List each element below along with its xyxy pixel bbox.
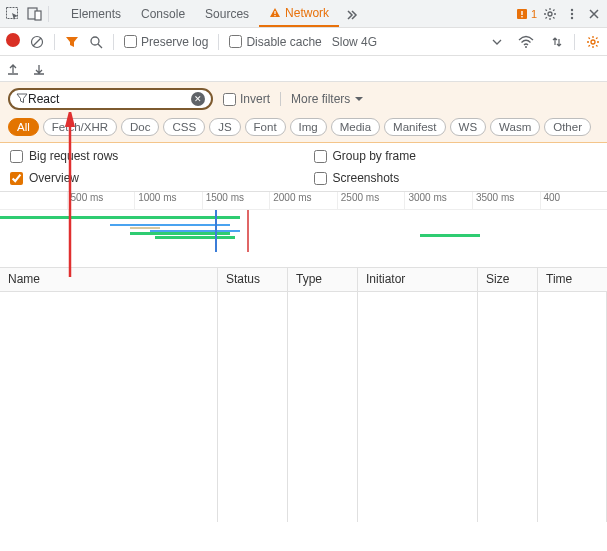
filter-toggle-icon[interactable] (65, 35, 79, 49)
svg-line-15 (98, 44, 102, 48)
device-toolbar-icon[interactable] (26, 5, 44, 23)
type-chip-manifest[interactable]: Manifest (384, 118, 445, 136)
svg-point-8 (548, 12, 552, 16)
type-chip-css[interactable]: CSS (163, 118, 205, 136)
filter-input[interactable] (28, 92, 191, 106)
type-chip-doc[interactable]: Doc (121, 118, 159, 136)
inspect-element-icon[interactable] (4, 5, 22, 23)
timeline-overview[interactable]: 500 ms 1000 ms 1500 ms 2000 ms 2500 ms 3… (0, 192, 607, 268)
col-status[interactable]: Status (218, 268, 288, 291)
type-chip-font[interactable]: Font (245, 118, 286, 136)
svg-rect-6 (521, 11, 522, 15)
search-icon[interactable] (89, 35, 103, 49)
col-initiator[interactable]: Initiator (358, 268, 478, 291)
tab-console[interactable]: Console (131, 0, 195, 27)
throttling-select[interactable]: Slow 4G (332, 35, 377, 49)
tab-sources[interactable]: Sources (195, 0, 259, 27)
clear-button[interactable] (30, 35, 44, 49)
col-type[interactable]: Type (288, 268, 358, 291)
col-time[interactable]: Time (538, 268, 607, 291)
record-button[interactable] (6, 33, 20, 50)
settings-icon[interactable] (541, 5, 559, 23)
filter-area: ✕ Invert More filters All Fetch/XHR Doc … (0, 82, 607, 143)
type-chip-ws[interactable]: WS (450, 118, 487, 136)
type-chip-other[interactable]: Other (544, 118, 591, 136)
tab-group: Elements Console Sources Network (61, 0, 339, 27)
network-settings-icon[interactable] (585, 34, 601, 50)
close-devtools-icon[interactable] (585, 5, 603, 23)
svg-rect-2 (35, 11, 41, 20)
tab-network[interactable]: Network (259, 0, 339, 27)
devtools-tab-bar: Elements Console Sources Network 1 (0, 0, 607, 28)
issues-button[interactable]: 1 (515, 7, 537, 21)
svg-rect-4 (274, 15, 275, 16)
group-frame-checkbox[interactable]: Group by frame (314, 149, 598, 163)
more-tabs-icon[interactable] (343, 5, 361, 23)
tab-elements[interactable]: Elements (61, 0, 131, 27)
preserve-log-checkbox[interactable]: Preserve log (124, 35, 208, 49)
col-name[interactable]: Name (0, 268, 218, 291)
svg-line-13 (33, 38, 41, 46)
throttle-dropdown-icon[interactable] (492, 37, 502, 47)
type-chip-img[interactable]: Img (290, 118, 327, 136)
warning-icon (269, 7, 281, 19)
svg-point-11 (571, 16, 573, 18)
network-toolbar: Preserve log Disable cache Slow 4G (0, 28, 607, 56)
funnel-icon (16, 93, 28, 105)
svg-point-16 (525, 46, 527, 48)
timeline-body (0, 210, 607, 252)
svg-point-14 (91, 37, 99, 45)
screenshots-checkbox[interactable]: Screenshots (314, 171, 598, 185)
import-har-icon[interactable] (32, 62, 46, 76)
view-options: Big request rows Overview Group by frame… (0, 143, 607, 192)
col-size[interactable]: Size (478, 268, 538, 291)
overview-checkbox[interactable]: Overview (10, 171, 294, 185)
upload-download-icon[interactable] (550, 35, 564, 49)
svg-point-17 (591, 40, 595, 44)
type-chip-fetchxhr[interactable]: Fetch/XHR (43, 118, 117, 136)
disable-cache-checkbox[interactable]: Disable cache (229, 35, 321, 49)
type-chip-media[interactable]: Media (331, 118, 380, 136)
request-type-chips: All Fetch/XHR Doc CSS JS Font Img Media … (8, 118, 599, 136)
big-rows-checkbox[interactable]: Big request rows (10, 149, 294, 163)
export-har-icon[interactable] (6, 62, 20, 76)
svg-rect-3 (274, 11, 275, 14)
request-table-header: Name Status Type Initiator Size Time (0, 268, 607, 292)
invert-checkbox[interactable]: Invert (223, 92, 270, 106)
timeline-ruler: 500 ms 1000 ms 1500 ms 2000 ms 2500 ms 3… (0, 192, 607, 210)
svg-point-9 (571, 8, 573, 10)
svg-point-10 (571, 12, 573, 14)
svg-rect-7 (521, 16, 522, 17)
filter-input-wrap[interactable]: ✕ (8, 88, 213, 110)
type-chip-wasm[interactable]: Wasm (490, 118, 540, 136)
more-filters-dropdown[interactable]: More filters (291, 92, 364, 106)
request-table-body (0, 292, 607, 522)
import-export-row (0, 56, 607, 82)
type-chip-js[interactable]: JS (209, 118, 240, 136)
wifi-icon[interactable] (518, 35, 534, 49)
clear-filter-icon[interactable]: ✕ (191, 92, 205, 106)
kebab-menu-icon[interactable] (563, 5, 581, 23)
type-chip-all[interactable]: All (8, 118, 39, 136)
